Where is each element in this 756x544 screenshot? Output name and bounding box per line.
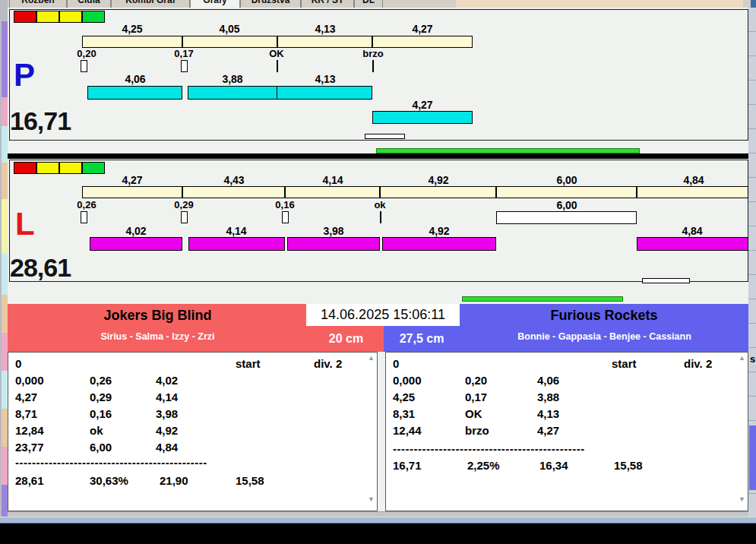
l-split-divider bbox=[284, 186, 286, 198]
l-split-label: 4,84 bbox=[671, 174, 716, 186]
lane-p-total-time: 16,71 bbox=[10, 108, 71, 134]
table-cell: 12,44 bbox=[393, 424, 422, 437]
table-divider: ----------------------------------------… bbox=[15, 456, 207, 469]
datetime-text: 14.06.2025 15:06:11 bbox=[321, 307, 445, 322]
table-cell: 12,84 bbox=[15, 424, 44, 437]
p-run-bar bbox=[277, 86, 372, 100]
tabbar-filler bbox=[456, 0, 743, 8]
table-cell: 4,02 bbox=[156, 374, 178, 387]
p-exchange-label: brzo bbox=[346, 48, 400, 59]
lane-l-status-lights bbox=[14, 162, 105, 174]
l-run-label: 4,84 bbox=[669, 225, 715, 237]
table-cell: 4,13 bbox=[537, 407, 559, 420]
l-run-label: 4,92 bbox=[416, 225, 462, 237]
l-pending-split-bar bbox=[496, 211, 637, 224]
lane-l-letter: L bbox=[15, 208, 35, 240]
lane-p-status-lights bbox=[14, 11, 105, 23]
l-pending-split-label: 6,00 bbox=[544, 199, 590, 211]
l-split-divider bbox=[182, 186, 183, 198]
table-cell: brzo bbox=[465, 424, 489, 437]
strip-band bbox=[2, 126, 8, 163]
p-run-bar bbox=[188, 86, 277, 100]
strip-band bbox=[2, 163, 8, 199]
tab-rozbeh[interactable]: Rozbeh bbox=[9, 0, 67, 8]
p-exchange-tick-line bbox=[277, 60, 278, 72]
table-cell: 4,25 bbox=[393, 391, 415, 403]
tab-kr-st[interactable]: KR / ST bbox=[301, 0, 354, 8]
strip-band bbox=[2, 21, 8, 97]
summary-cell: 15,58 bbox=[614, 459, 643, 472]
team-left-lineup: Sirius - Salma - Izzy - Zrzi bbox=[8, 331, 308, 342]
scroll-up-icon[interactable]: ▲ bbox=[366, 354, 376, 362]
team-right-results-table[interactable] bbox=[385, 352, 748, 511]
table-cell: 4,92 bbox=[156, 424, 178, 437]
tab-kombi-graf[interactable]: Kombi Graf bbox=[111, 0, 190, 8]
summary-cell: 16,71 bbox=[393, 459, 422, 472]
l-exchange-tick-line bbox=[380, 211, 381, 223]
l-exchange-label: 0,16 bbox=[258, 199, 312, 210]
tab-label: Druzstva bbox=[251, 0, 290, 5]
l-run-label: 4,02 bbox=[113, 225, 159, 237]
table-cell: 4,27 bbox=[15, 391, 37, 403]
tab-label: Rozbeh bbox=[21, 0, 54, 5]
horizontal-scrollbar[interactable] bbox=[8, 511, 748, 517]
strip-band bbox=[2, 371, 8, 409]
scroll-down-icon[interactable]: ▼ bbox=[737, 495, 747, 503]
summary-cell: 2,25% bbox=[467, 459, 500, 472]
table-cell: 4,06 bbox=[537, 374, 559, 387]
tab-druzstva[interactable]: Druzstva bbox=[240, 0, 301, 8]
tab-label: Cidla bbox=[77, 0, 100, 5]
scroll-down-icon[interactable]: ▼ bbox=[366, 495, 376, 503]
l-exchange-label: ok bbox=[353, 199, 406, 210]
tab-dl[interactable]: DL bbox=[354, 0, 383, 8]
table-cell: OK bbox=[465, 407, 482, 420]
strip-band bbox=[2, 409, 8, 447]
team-right-jump-height: 27,5 cm bbox=[384, 332, 460, 346]
tab-label: Kombi Graf bbox=[125, 0, 175, 5]
status-light-yellow bbox=[36, 162, 59, 174]
l-split-label: 4,43 bbox=[211, 174, 257, 186]
table-cell: 4,27 bbox=[537, 424, 559, 437]
p-mini-gauge bbox=[365, 134, 405, 139]
strip-band bbox=[2, 254, 8, 295]
status-light-yellow bbox=[36, 11, 59, 23]
p-run-label: 3,88 bbox=[210, 73, 255, 85]
scroll-up-icon[interactable]: ▲ bbox=[737, 354, 747, 362]
status-light-red bbox=[14, 162, 36, 174]
right-strip-thumb[interactable] bbox=[749, 425, 756, 490]
table-cell: 4,14 bbox=[156, 391, 178, 403]
summary-cell: 28,61 bbox=[15, 474, 44, 487]
lane-l-total-time: 28,61 bbox=[10, 255, 71, 280]
p-run-bar bbox=[87, 86, 182, 100]
table-cell: start bbox=[612, 357, 637, 370]
table-cell: 0,26 bbox=[90, 374, 112, 387]
l-run-bar bbox=[287, 237, 380, 251]
p-split-divider bbox=[372, 36, 373, 48]
table-cell: 0 bbox=[393, 357, 399, 370]
table-cell: 4,84 bbox=[156, 441, 178, 454]
lane-separator bbox=[8, 153, 748, 159]
lane-p-letter: P bbox=[14, 59, 35, 91]
summary-cell: 30,63% bbox=[90, 474, 128, 487]
table-cell: 23,77 bbox=[15, 441, 44, 454]
table-cell: 6,00 bbox=[90, 441, 112, 454]
table-cell: 0,000 bbox=[15, 374, 44, 387]
team-left-results-table[interactable] bbox=[8, 352, 378, 511]
l-split-label: 6,00 bbox=[544, 174, 590, 186]
team-left-name: Jokers Big Blind bbox=[8, 308, 308, 324]
app-window: Rozbeh Cidla Kombi Graf Grafy Druzstva K… bbox=[0, 0, 756, 544]
l-split-label: 4,14 bbox=[310, 174, 356, 186]
l-run-bar bbox=[90, 237, 182, 251]
left-edge-strip bbox=[0, 0, 8, 523]
table-divider: ----------------------------------------… bbox=[393, 442, 585, 455]
tab-bar: Rozbeh Cidla Kombi Graf Grafy Druzstva K… bbox=[8, 0, 756, 8]
window-footer bbox=[0, 523, 756, 544]
tab-cidla[interactable]: Cidla bbox=[67, 0, 111, 8]
table-cell: 0,20 bbox=[465, 374, 487, 387]
tab-grafy[interactable]: Grafy bbox=[190, 0, 240, 8]
p-split-divider bbox=[277, 36, 278, 48]
right-strip-cut-text: s bbox=[750, 353, 755, 365]
p-exchange-tick-box bbox=[81, 60, 87, 72]
p-progress-bar bbox=[376, 148, 640, 153]
status-light-yellow bbox=[59, 162, 82, 174]
